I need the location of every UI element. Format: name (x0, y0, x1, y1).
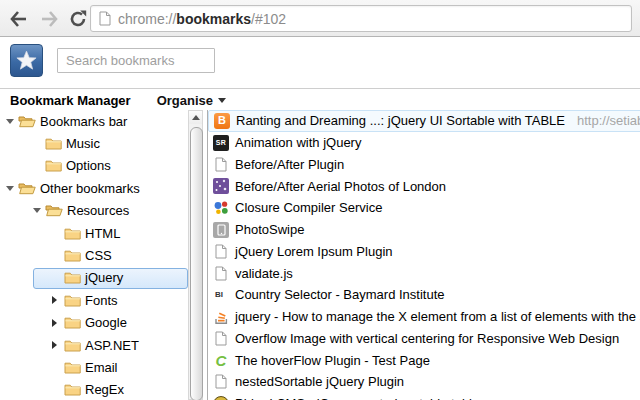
bookmark-row[interactable]: PhotoSwipe (208, 219, 640, 241)
scroll-up-icon (192, 115, 200, 120)
page-icon (213, 330, 229, 346)
folder-closed-icon (45, 137, 62, 150)
tree-item-google[interactable]: Google (0, 312, 188, 334)
manager-header: Bookmark Manager Organise (10, 90, 226, 110)
chevron-expanded-icon[interactable] (6, 186, 18, 191)
back-button[interactable] (7, 7, 31, 31)
tree-item-label: HTML (85, 226, 120, 241)
bookmark-row[interactable]: SR Animation with jQuery (208, 132, 640, 154)
page-icon (213, 374, 229, 390)
bookmark-row[interactable]: Before/After Plugin (208, 154, 640, 176)
hoverflow-icon: C (213, 352, 229, 368)
page-title: Bookmark Manager (10, 93, 131, 108)
folder-open-icon (18, 115, 36, 128)
bookmark-title: jQuery Lorem Ipsum Plugin (235, 244, 393, 259)
tree-item-label: Music (66, 136, 100, 151)
folder-closed-icon (64, 271, 81, 284)
baymard-icon: BI (213, 287, 229, 303)
tree-item-email[interactable]: Email (0, 356, 188, 378)
search-input[interactable] (57, 48, 215, 73)
forward-arrow-icon (39, 10, 59, 28)
tree-item-label: Options (66, 158, 111, 173)
folder-closed-icon (64, 316, 81, 329)
organise-label: Organise (157, 93, 213, 108)
bookmark-row[interactable]: jQuery Lorem Ipsum Plugin (208, 241, 640, 263)
tree-item-css[interactable]: CSS (0, 244, 188, 266)
tree-item-regex[interactable]: RegEx (0, 379, 188, 400)
chevron-collapsed-icon[interactable] (52, 296, 64, 304)
folder-closed-icon (45, 159, 62, 172)
chevron-expanded-icon[interactable] (6, 119, 18, 124)
page-icon (213, 243, 229, 259)
tree-item-label: Bookmarks bar (40, 114, 127, 129)
folder-closed-icon (64, 339, 81, 352)
browser-toolbar: chrome://bookmarks/#102 (0, 0, 640, 37)
tree-item-label: ASP.NET (85, 338, 139, 353)
bookmarks-logo (10, 44, 43, 77)
cms-favicon-icon (213, 396, 229, 400)
bookmark-row[interactable]: C The hoverFlow Plugin - Test Page (208, 349, 640, 371)
bookmark-row[interactable]: B Ranting and Dreaming ...: jQuery UI So… (208, 110, 640, 132)
bookmark-title: Overflow Image with vertical centering f… (235, 331, 619, 346)
folder-open-icon (45, 204, 63, 217)
tree-item-aspnet[interactable]: ASP.NET (0, 334, 188, 356)
bookmark-title: The hoverFlow Plugin - Test Page (235, 353, 430, 368)
bookmark-row[interactable]: nestedSortable jQuery Plugin (208, 371, 640, 393)
url-path: /#102 (251, 11, 286, 27)
bookmark-row[interactable]: Closure Compiler Service (208, 197, 640, 219)
folder-closed-icon (64, 294, 81, 307)
reload-button[interactable] (66, 7, 90, 31)
chevron-expanded-icon[interactable] (33, 208, 45, 213)
organise-menu-button[interactable]: Organise (157, 93, 226, 108)
bookmark-row[interactable]: jquery - How to manage the X element fro… (208, 306, 640, 328)
bookmark-title: Country Selector - Baymard Institute (235, 287, 445, 302)
address-bar[interactable]: chrome://bookmarks/#102 (90, 5, 632, 32)
folder-tree: Bookmarks bar Music Options Other bookma… (0, 110, 188, 400)
tree-item-html[interactable]: HTML (0, 222, 188, 244)
tree-item-label: jQuery (85, 270, 123, 285)
bookmark-title: Animation with jQuery (235, 135, 361, 150)
bookmark-title: validate.js (235, 266, 293, 281)
reload-icon (68, 9, 88, 29)
chevron-collapsed-icon[interactable] (52, 341, 64, 349)
tree-item-jquery-selected[interactable]: jQuery (0, 267, 188, 289)
closure-compiler-icon (213, 200, 229, 216)
bookmark-url: http://setiabud.b (565, 113, 640, 128)
chevron-down-icon (218, 98, 226, 103)
tree-item-fonts[interactable]: Fonts (0, 289, 188, 311)
folder-closed-icon (64, 227, 81, 240)
url-host: bookmarks (176, 11, 251, 27)
tree-item-resources[interactable]: Resources (0, 200, 188, 222)
bookmark-title: Closure Compiler Service (235, 200, 382, 215)
blogger-icon: B (214, 113, 230, 129)
tree-item-other-bookmarks[interactable]: Other bookmarks (0, 177, 188, 199)
photoswipe-icon (213, 222, 229, 238)
bookmark-row[interactable]: BI Country Selector - Baymard Institute (208, 284, 640, 306)
tree-item-label: CSS (85, 248, 112, 263)
folder-open-icon (18, 182, 36, 195)
tree-item-bookmarks-bar[interactable]: Bookmarks bar (0, 110, 188, 132)
bookmark-row[interactable]: Phired CMS - jQuery nested sortable tabl… (208, 393, 640, 400)
url-text: chrome://bookmarks/#102 (118, 11, 286, 27)
bookmark-row[interactable]: Overflow Image with vertical centering f… (208, 328, 640, 350)
back-arrow-icon (9, 10, 29, 28)
chevron-collapsed-icon[interactable] (52, 319, 64, 327)
bookmark-title: nestedSortable jQuery Plugin (235, 374, 404, 389)
tree-scrollbar[interactable] (188, 110, 203, 400)
page-icon (213, 156, 229, 172)
bookmark-list: B Ranting and Dreaming ...: jQuery UI So… (208, 110, 640, 400)
tree-item-label: Resources (67, 203, 129, 218)
scrollbar-thumb[interactable] (190, 127, 203, 400)
tree-item-options[interactable]: Options (0, 155, 188, 177)
sr-favicon-icon: SR (213, 135, 229, 151)
bookmark-title: jquery - How to manage the X element fro… (235, 309, 640, 324)
bookmark-row[interactable]: validate.js (208, 262, 640, 284)
tree-item-music[interactable]: Music (0, 132, 188, 154)
scroll-up-button[interactable] (189, 111, 202, 124)
tree-item-label: RegEx (85, 382, 124, 397)
bookmark-row[interactable]: Before/After Aerial Photos of London (208, 175, 640, 197)
folder-closed-icon (64, 383, 81, 396)
aerial-photos-icon (213, 178, 229, 194)
bookmark-title: Phired CMS - jQuery nested sortable tabl… (235, 396, 479, 400)
forward-button[interactable] (37, 7, 61, 31)
